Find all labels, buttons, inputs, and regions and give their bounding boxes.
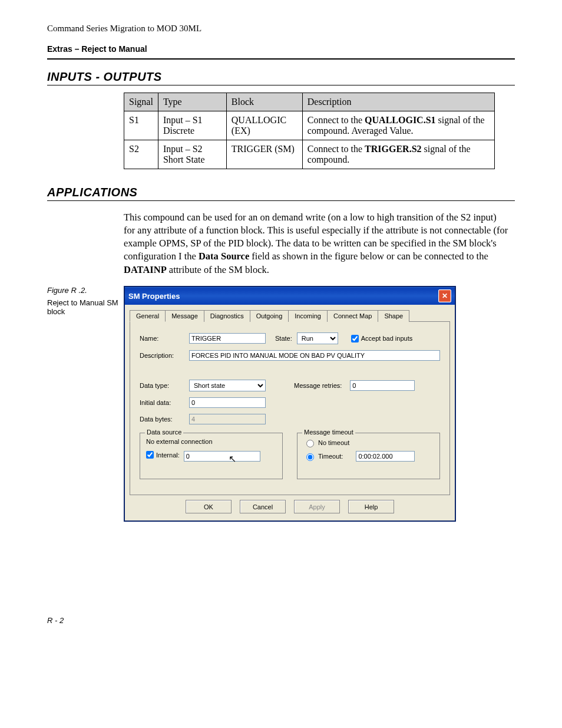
name-field[interactable]	[189, 333, 266, 344]
header-rule	[47, 58, 515, 60]
tab-general[interactable]: General	[130, 310, 166, 322]
tab-incoming[interactable]: Incoming	[288, 310, 328, 322]
cell-type: Input – S1 Discrete	[158, 111, 226, 140]
no-timeout-input[interactable]	[306, 440, 314, 447]
label-state: State:	[275, 335, 292, 342]
sm-properties-dialog: SM Properties ✕ General Message Diagnost…	[124, 286, 456, 522]
tab-outgoing[interactable]: Outgoing	[250, 310, 289, 322]
th-signal: Signal	[124, 93, 158, 111]
accept-bad-inputs-checkbox[interactable]: Accept bad inputs	[351, 335, 412, 342]
tab-diagnostics[interactable]: Diagnostics	[204, 310, 250, 322]
section-rule-1	[47, 85, 515, 85]
label-data-type: Data type:	[140, 382, 184, 389]
table-row: S1 Input – S1 Discrete QUALLOGIC (EX) Co…	[124, 111, 495, 140]
tab-panel-general: Name: State: Run Accept bad inputs Descr…	[130, 321, 450, 495]
cell-block: TRIGGER (SM)	[226, 140, 302, 169]
accept-bad-label: Accept bad inputs	[361, 335, 412, 342]
tab-shape[interactable]: Shape	[378, 310, 409, 322]
data-source-legend: Data source	[145, 429, 183, 436]
data-source-group: Data source No external connection Inter…	[140, 433, 283, 479]
cell-signal: S1	[124, 111, 158, 140]
applications-paragraph: This compound can be used for an on dema…	[124, 211, 509, 276]
doc-header: Command Series Migration to MOD 30ML	[47, 24, 515, 34]
cell-signal: S2	[124, 140, 158, 169]
timeout-field[interactable]	[356, 451, 415, 462]
help-button[interactable]: Help	[348, 500, 394, 513]
section-inputs-outputs: INPUTS - OUTPUTS	[47, 70, 515, 84]
dialog-titlebar[interactable]: SM Properties ✕	[125, 287, 455, 305]
no-timeout-radio[interactable]: No timeout	[303, 438, 349, 447]
th-description: Description	[302, 93, 494, 111]
cell-block: QUALLOGIC (EX)	[226, 111, 302, 140]
figure-caption-text: Reject to Manual SM block	[47, 298, 124, 316]
desc-pre: Connect to the	[308, 115, 365, 125]
initial-data-field[interactable]	[189, 397, 266, 408]
timeout-label: Timeout:	[318, 453, 343, 460]
label-initial-data: Initial data:	[140, 399, 184, 406]
message-timeout-group: Message timeout No timeout Timeout:	[297, 433, 440, 479]
doc-subheader: Extras – Reject to Manual	[47, 44, 515, 54]
ok-button[interactable]: OK	[186, 500, 232, 513]
internal-checkbox[interactable]: Internal:	[146, 451, 180, 459]
app-text: field as shown in the figure below or ca…	[249, 251, 488, 262]
app-text: attribute of the SM block.	[167, 264, 269, 275]
th-type: Type	[158, 93, 226, 111]
timeout-input[interactable]	[306, 453, 314, 461]
page-footer: R - 2	[47, 616, 515, 625]
desc-pre: Connect to the	[308, 144, 365, 154]
apply-button[interactable]: Apply	[294, 500, 340, 513]
cell-desc: Connect to the TRIGGER.S2 signal of the …	[302, 140, 494, 169]
io-table: Signal Type Block Description S1 Input –…	[124, 93, 495, 169]
internal-label: Internal:	[156, 452, 180, 459]
no-external-connection-text: No external connection	[146, 438, 276, 445]
table-row: S2 Input – S2 Short State TRIGGER (SM) C…	[124, 140, 495, 169]
tab-message[interactable]: Message	[165, 310, 204, 322]
data-type-select[interactable]: Short state	[189, 380, 266, 391]
cell-type: Input – S2 Short State	[158, 140, 226, 169]
desc-bold: TRIGGER.S2	[365, 144, 421, 154]
internal-check[interactable]	[146, 451, 154, 459]
no-timeout-label: No timeout	[318, 439, 349, 446]
cell-desc: Connect to the QUALLOGIC.S1 signal of th…	[302, 111, 494, 140]
label-description: Description:	[140, 352, 184, 359]
label-data-bytes: Data bytes:	[140, 416, 184, 423]
cancel-button[interactable]: Cancel	[240, 500, 286, 513]
label-message-retries: Message retries:	[294, 382, 342, 389]
section-applications: APPLICATIONS	[47, 186, 515, 199]
timeout-radio[interactable]: Timeout:	[303, 451, 415, 462]
message-retries-field[interactable]	[350, 380, 415, 391]
tab-connect-map[interactable]: Connect Map	[327, 310, 378, 322]
figure-caption: Figure R .2. Reject to Manual SM block	[47, 286, 124, 316]
app-bold-2: DATAINP	[124, 264, 167, 275]
desc-bold: QUALLOGIC.S1	[365, 115, 435, 125]
dialog-title: SM Properties	[128, 292, 180, 301]
dialog-button-row: OK Cancel Apply Help	[125, 500, 455, 521]
data-bytes-field	[189, 414, 266, 424]
accept-bad-check[interactable]	[351, 335, 359, 342]
table-header-row: Signal Type Block Description	[124, 93, 495, 111]
close-icon: ✕	[442, 292, 448, 300]
close-button[interactable]: ✕	[438, 289, 451, 302]
message-timeout-legend: Message timeout	[302, 429, 355, 436]
th-block: Block	[226, 93, 302, 111]
figure-number: Figure R .2.	[47, 286, 124, 295]
tab-strip: General Message Diagnostics Outgoing Inc…	[125, 305, 455, 321]
description-field[interactable]	[189, 350, 440, 361]
section-rule-2	[47, 200, 515, 201]
app-bold-1: Data Source	[199, 251, 249, 262]
label-name: Name:	[140, 335, 184, 342]
state-select[interactable]: Run	[297, 332, 338, 344]
